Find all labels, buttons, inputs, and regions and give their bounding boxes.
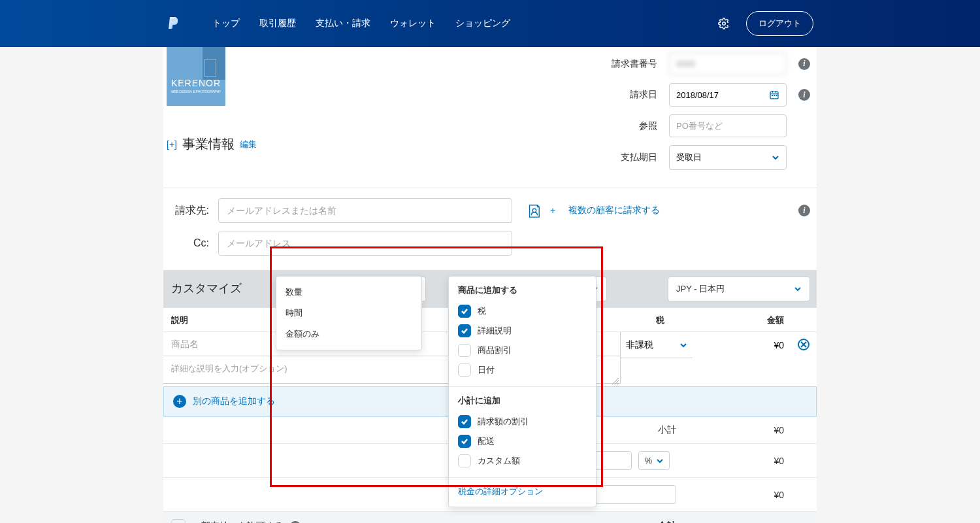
nav-history[interactable]: 取引履歴 (259, 18, 296, 29)
due-date-label: 支払期日 (612, 152, 657, 163)
chevron-down-icon (772, 154, 779, 161)
discount-value: ¥0 (686, 456, 784, 466)
subtotal-value: ¥0 (686, 425, 784, 435)
checkbox-icon (458, 435, 471, 448)
business-info-label: 事業情報 (182, 135, 235, 153)
partial-payment-label: 一部支払いを許可する (192, 520, 284, 523)
checkbox-icon (458, 454, 471, 467)
add-to-item-title: 商品に追加する (449, 277, 596, 301)
bill-to-input[interactable] (218, 198, 512, 223)
cc-label: Cc: (167, 237, 209, 249)
currency-select[interactable]: JPY - 日本円 (668, 277, 810, 301)
invoice-form: KERENOR WEB DESIGN & PHOTOGRAPHY [+] 事業情… (163, 47, 817, 523)
top-header: トップ 取引履歴 支払い・請求 ウォレット ショッピング ログアウト (0, 0, 980, 47)
nav-invoice[interactable]: 支払い・請求 (316, 18, 370, 29)
plus-icon: + (173, 395, 186, 408)
subtotal-item-discount[interactable]: 請求額の割引 (449, 412, 596, 431)
checkbox-icon (458, 344, 471, 357)
percent-select[interactable]: % (638, 451, 670, 470)
svg-point-0 (723, 22, 726, 25)
gear-icon[interactable] (718, 18, 730, 29)
item-tax-select[interactable]: 非課税 (621, 332, 693, 358)
customize-label: カスタマイズ (171, 282, 276, 296)
due-date-select[interactable]: 受取日 (669, 145, 787, 170)
business-logo[interactable]: KERENOR WEB DESIGN & PHOTOGRAPHY (167, 47, 225, 106)
invoice-date-value: 2018/08/17 (676, 90, 719, 100)
svg-rect-6 (774, 95, 775, 96)
nav-shopping[interactable]: ショッピング (455, 18, 510, 29)
subtotal-item-custom[interactable]: カスタム額 (449, 451, 596, 471)
address-book-icon[interactable] (527, 203, 541, 218)
detail-item-date[interactable]: 日付 (449, 360, 596, 380)
reference-input[interactable] (669, 114, 787, 137)
checkbox-icon (458, 363, 471, 377)
reference-label: 参照 (612, 120, 657, 132)
chevron-down-icon (794, 285, 802, 293)
detail-item-tax[interactable]: 税 (449, 301, 596, 321)
edit-link[interactable]: 編集 (240, 139, 257, 150)
expand-icon[interactable]: [+] (167, 139, 177, 150)
info-icon[interactable]: i (798, 89, 810, 101)
item-amount: ¥0 (693, 332, 791, 386)
brand-name: KERENOR (171, 78, 221, 88)
detail-item-description[interactable]: 詳細説明 (449, 321, 596, 341)
partial-payment-checkbox[interactable] (171, 519, 186, 523)
invoice-date-input[interactable]: 2018/08/17 (669, 83, 787, 107)
delete-item-button[interactable] (798, 339, 809, 350)
qty-option-amount-only[interactable]: 金額のみ (276, 324, 421, 345)
qty-option-hours[interactable]: 時間 (276, 303, 421, 324)
add-item-label: 別の商品を追加する (193, 396, 275, 407)
qty-option-quantity[interactable]: 数量 (276, 282, 421, 303)
nav-top[interactable]: トップ (212, 18, 240, 29)
add-customers-link[interactable]: 複数の顧客に請求する (568, 205, 660, 216)
chevron-down-icon (656, 457, 664, 465)
bill-to-label: 請求先: (167, 204, 209, 218)
checkbox-icon (458, 415, 471, 428)
calendar-icon[interactable] (769, 90, 779, 100)
nav-wallet[interactable]: ウォレット (390, 18, 436, 29)
detail-item-discount[interactable]: 商品割引 (449, 341, 596, 360)
due-date-value: 受取日 (676, 152, 702, 163)
logout-button[interactable]: ログアウト (746, 11, 813, 36)
col-tax: 税 (634, 314, 686, 326)
tax-detail-options-link[interactable]: 税金の詳細オプション (449, 478, 596, 507)
invoice-number-label: 請求書番号 (612, 58, 657, 70)
quantity-dropdown: 数量 時間 金額のみ (276, 276, 422, 350)
info-icon[interactable]: i (798, 58, 810, 70)
info-icon[interactable]: i (798, 205, 810, 216)
grand-total-label: 合計 (503, 520, 686, 523)
chevron-down-icon (679, 341, 687, 349)
main-nav: トップ 取引履歴 支払い・請求 ウォレット ショッピング (212, 18, 718, 29)
checkbox-icon (458, 305, 471, 318)
svg-rect-5 (772, 95, 773, 96)
invoice-date-label: 請求日 (612, 89, 657, 101)
invoice-number-input[interactable] (669, 52, 787, 75)
col-amount: 金額 (686, 314, 784, 326)
cc-input[interactable] (218, 231, 512, 256)
add-to-subtotal-title: 小計に追加 (449, 387, 596, 412)
checkbox-icon (458, 324, 471, 337)
subtotal-item-shipping[interactable]: 配送 (449, 431, 596, 451)
resize-handle-icon[interactable] (612, 378, 619, 384)
detail-dropdown: 商品に追加する 税 詳細説明 商品割引 日付 小計に追加 請求額の割引 配送 カ… (448, 276, 596, 507)
svg-rect-7 (776, 95, 777, 96)
brand-tagline: WEB DESIGN & PHOTOGRAPHY (171, 90, 221, 93)
paypal-logo[interactable] (167, 16, 180, 31)
shipping-value: ¥0 (686, 490, 784, 500)
svg-point-8 (532, 209, 536, 212)
